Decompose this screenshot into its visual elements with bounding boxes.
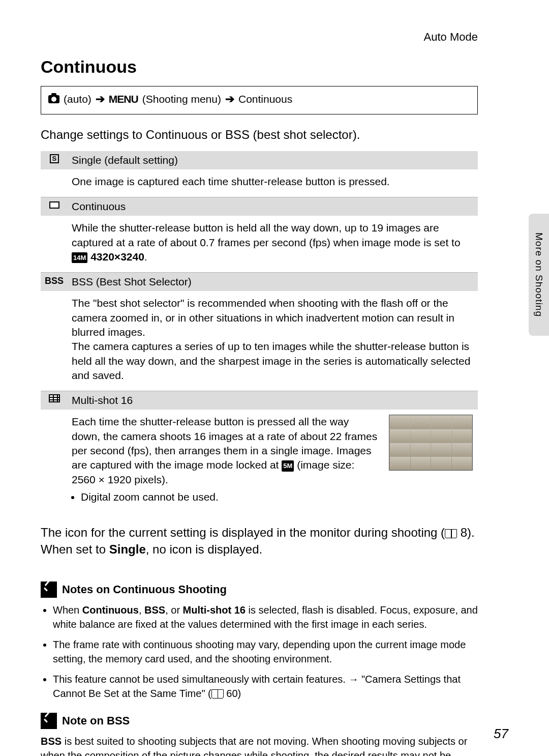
option-desc: While the shutter-release button is held…	[68, 216, 478, 273]
multishot-bullet: Digital zoom cannot be used.	[81, 490, 380, 504]
page-ref-icon	[445, 529, 457, 538]
side-tab: More on Shooting	[529, 214, 549, 336]
camera-icon	[48, 95, 59, 103]
breadcrumb-auto: (auto)	[64, 93, 92, 105]
note-check-icon	[41, 713, 57, 729]
option-label: Single (default setting)	[68, 151, 478, 169]
option-label: BSS (Best Shot Selector)	[68, 273, 478, 292]
header-mode: Auto Mode	[41, 31, 478, 44]
option-row-bss: BSS BSS (Best Shot Selector)	[41, 273, 478, 292]
option-row-continuous: Continuous	[41, 197, 478, 216]
option-desc: The "best shot selector" is recommended …	[68, 291, 478, 391]
image-mode-badge: 14M	[72, 252, 87, 264]
multishot-icon	[49, 394, 60, 402]
option-row-multishot: Multi-shot 16	[41, 391, 478, 410]
note-item: The frame rate with continuous shooting …	[53, 637, 478, 666]
multishot-sample-image	[389, 415, 473, 471]
page-title: Continuous	[41, 57, 478, 77]
image-mode-badge: 5M	[282, 460, 294, 472]
intro-text: Change settings to Continuous or BSS (be…	[41, 128, 478, 142]
option-desc: One image is captured each time shutter-…	[68, 169, 478, 197]
option-row-single: Single (default setting)	[41, 151, 478, 169]
option-label: Multi-shot 16	[68, 391, 478, 410]
options-table: Single (default setting) One image is ca…	[41, 151, 478, 515]
continuous-icon	[49, 201, 59, 209]
image-mode-text: 4320×3240	[90, 251, 144, 263]
page-content: Auto Mode Continuous (auto) ➔ MENU (Shoo…	[41, 31, 478, 756]
note-title: Note on BSS	[62, 714, 130, 728]
breadcrumb-menu: MENU	[109, 93, 138, 105]
breadcrumb-shooting-menu: (Shooting menu)	[142, 93, 221, 105]
breadcrumb-leaf: Continuous	[238, 93, 292, 105]
option-desc: Each time the shutter-release button is …	[68, 410, 478, 514]
note-title: Notes on Continuous Shooting	[62, 583, 227, 596]
bss-icon: BSS	[41, 273, 68, 292]
breadcrumb: (auto) ➔ MENU (Shooting menu) ➔ Continuo…	[41, 86, 478, 114]
arrow-icon: ➔	[225, 93, 234, 106]
note-body: BSS is best suited to shooting subjects …	[41, 734, 478, 756]
arrow-icon: ➔	[96, 93, 105, 106]
page-number: 57	[494, 726, 508, 742]
note-item: This feature cannot be used simultaneous…	[53, 672, 478, 701]
page-ref-icon	[211, 689, 224, 699]
note-check-icon	[41, 581, 57, 598]
single-icon	[50, 154, 59, 163]
option-label: Continuous	[68, 197, 478, 216]
after-table-text: The icon for the current setting is disp…	[41, 524, 478, 558]
notes-continuous: Notes on Continuous Shooting When Contin…	[41, 581, 478, 701]
note-item: When Continuous, BSS, or Multi-shot 16 i…	[53, 603, 478, 631]
notes-bss: Note on BSS BSS is best suited to shooti…	[41, 713, 478, 756]
side-tab-label: More on Shooting	[533, 232, 544, 317]
